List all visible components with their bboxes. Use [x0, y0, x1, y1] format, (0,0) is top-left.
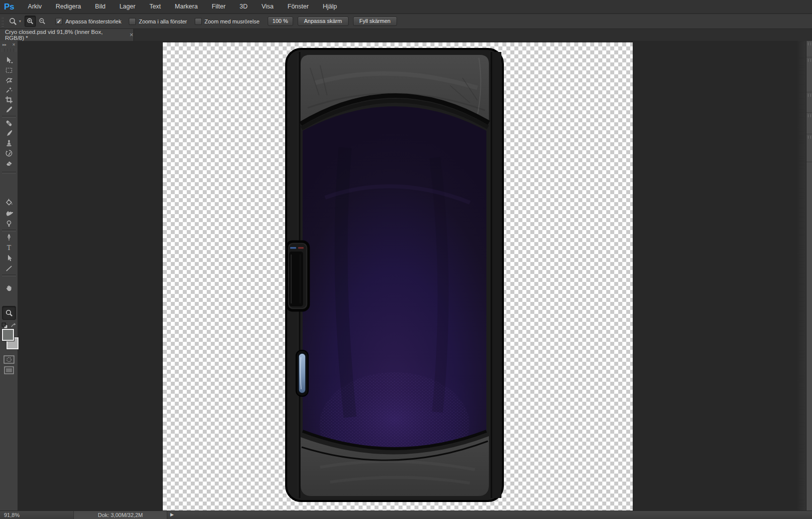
eyedropper-icon: [5, 106, 13, 114]
checkbox-label: Anpassa fönsterstorlek: [65, 18, 121, 24]
zoom-100-button[interactable]: 100 %: [268, 16, 293, 26]
status-zoom-percent[interactable]: 91,8%: [4, 512, 19, 519]
menu-markera[interactable]: Markera: [168, 0, 205, 13]
dock-section[interactable]: [807, 57, 812, 92]
menu-bild[interactable]: Bild: [88, 0, 112, 13]
history-brush-icon: [5, 149, 13, 157]
dock-section[interactable]: [807, 41, 812, 57]
toolbar-divider: [2, 116, 16, 118]
tool-eyedropper-button[interactable]: [3, 105, 15, 114]
zoom-in-mode-button[interactable]: [24, 15, 36, 27]
brush-icon: [5, 129, 13, 137]
zoom-icon: [5, 309, 13, 317]
pen-icon: [5, 233, 13, 241]
zoom-all-windows-option[interactable]: Zooma i alla fönster: [129, 18, 187, 25]
hand-icon: [5, 284, 13, 292]
canvas-workspace[interactable]: [18, 41, 812, 511]
tab-close-icon[interactable]: ×: [129, 32, 133, 37]
tool-type-button[interactable]: T: [3, 243, 15, 252]
checkbox-zoom-all-windows[interactable]: [129, 18, 136, 25]
panel-close-icon[interactable]: ✕: [12, 42, 15, 47]
menu-fonster[interactable]: Fönster: [281, 0, 316, 13]
fill-screen-button[interactable]: Fyll skärmen: [353, 16, 397, 26]
tool-zoom-button[interactable]: [2, 306, 16, 320]
document-tab-title: Cryo closed.psd vid 91,8% (Inner Box, RG…: [5, 29, 123, 41]
tool-clone-stamp-button[interactable]: [3, 139, 15, 148]
caret-down-icon: ▾: [19, 19, 21, 23]
pod-indicator-light-red: [298, 247, 304, 249]
default-colors-icon[interactable]: [1, 322, 16, 329]
tool-path-selection-button[interactable]: [3, 254, 15, 262]
quick-mask-icon[interactable]: [3, 355, 14, 366]
menu-3d[interactable]: 3D: [233, 0, 255, 13]
crop-icon: [5, 96, 13, 104]
status-flyout-arrow-icon[interactable]: ▶: [170, 512, 174, 517]
tool-line-button[interactable]: [3, 264, 15, 273]
pod-side-slit: [296, 350, 308, 396]
tool-options-bar: ▾ ✓ Anpassa fönsterstorlek Zooma i alla …: [0, 14, 812, 29]
fit-screen-button[interactable]: Anpassa skärm: [298, 16, 349, 26]
resize-windows-option[interactable]: ✓ Anpassa fönsterstorlek: [55, 18, 121, 25]
menu-bar: Ps Arkiv Redigera Bild Lager Text Marker…: [0, 0, 812, 14]
menu-lager[interactable]: Lager: [112, 0, 142, 13]
tool-rectangular-marquee-button[interactable]: [3, 66, 15, 75]
panel-collapse-icon[interactable]: ▸▸: [2, 42, 6, 47]
tool-hand-button[interactable]: [3, 283, 15, 292]
document-canvas[interactable]: [163, 42, 633, 511]
magic-wand-icon: [5, 86, 13, 94]
clone-stamp-icon: [5, 139, 13, 147]
rectangular-marquee-icon: [5, 66, 13, 74]
dock-section[interactable]: [807, 92, 812, 113]
cryo-pod-artwork: [285, 48, 504, 502]
toolbar-divider: [2, 172, 16, 174]
document-tab[interactable]: Cryo closed.psd vid 91,8% (Inner Box, RG…: [0, 29, 134, 41]
menu-redigera[interactable]: Redigera: [49, 0, 88, 13]
healing-brush-icon: [5, 119, 13, 127]
polygonal-lasso-icon: [5, 76, 13, 84]
tool-crop-button[interactable]: [3, 95, 15, 104]
menu-visa[interactable]: Visa: [255, 0, 281, 13]
dock-section[interactable]: [807, 162, 812, 511]
tool-dodge-button[interactable]: [3, 219, 15, 228]
photoshop-window: { "app": { "logo_text": "Ps", "logo_colo…: [0, 0, 812, 519]
tool-paint-bucket-button[interactable]: [3, 198, 15, 207]
screen-mode-icon[interactable]: [4, 366, 14, 376]
eraser-icon: [5, 159, 13, 167]
toolbar-divider: [2, 274, 16, 276]
menu-text[interactable]: Text: [142, 0, 168, 13]
checkbox-scrubby-zoom[interactable]: [195, 18, 202, 25]
move-icon: [5, 56, 13, 64]
collapsed-panel-dock[interactable]: [806, 41, 812, 511]
checkbox-resize-windows[interactable]: ✓: [55, 18, 62, 25]
svg-text:T: T: [7, 244, 11, 252]
status-document-sizes[interactable]: Dok: 3,00M/32,2M: [73, 511, 167, 519]
menu-filter[interactable]: Filter: [205, 0, 233, 13]
smudge-icon: [5, 209, 13, 217]
menu-hjalp[interactable]: Hjälp: [316, 0, 344, 13]
tool-brush-button[interactable]: [3, 129, 15, 138]
tool-pen-button[interactable]: [3, 233, 15, 242]
scrubby-zoom-option[interactable]: Zoom med musrörelse: [195, 18, 260, 25]
photoshop-logo: Ps: [0, 2, 21, 12]
current-tool-preset[interactable]: ▾: [8, 17, 21, 26]
tool-smudge-button[interactable]: [3, 209, 15, 218]
pod-handle: [287, 242, 309, 310]
dodge-icon: [5, 220, 13, 228]
tool-eraser-button[interactable]: [3, 159, 15, 168]
zoom-out-mode-button[interactable]: [37, 16, 47, 26]
tool-history-brush-button[interactable]: [3, 149, 15, 158]
tools-panel-grip[interactable]: [2, 48, 16, 52]
swap-colors-icon: [11, 323, 15, 327]
foreground-color-swatch[interactable]: [2, 329, 14, 341]
pod-indicator-light-blue: [290, 247, 296, 249]
checkbox-label: Zoom med musrörelse: [205, 18, 260, 24]
tool-move-button[interactable]: [3, 56, 15, 65]
path-selection-icon: [5, 254, 13, 262]
tool-healing-brush-button[interactable]: [3, 119, 15, 128]
tool-polygonal-lasso-button[interactable]: [3, 76, 15, 85]
menu-arkiv[interactable]: Arkiv: [21, 0, 49, 13]
paint-bucket-icon: [5, 198, 13, 206]
dock-section[interactable]: [807, 134, 812, 162]
dock-section[interactable]: [807, 112, 812, 134]
tool-magic-wand-button[interactable]: [3, 85, 15, 94]
